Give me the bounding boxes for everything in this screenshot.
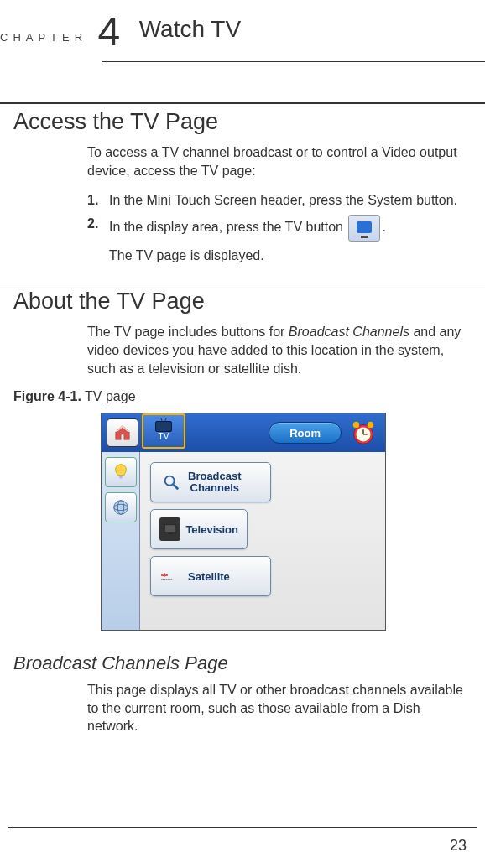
figure-number: Figure 4-1. [13, 389, 81, 403]
figure-title: TV page [81, 389, 136, 403]
svg-rect-12 [164, 525, 176, 533]
step-2-number: 2. [87, 215, 109, 233]
tv-tab-label: TV [159, 432, 169, 441]
television-label: Television [185, 523, 238, 536]
step-2-period: . [382, 220, 385, 234]
tv-icon [155, 421, 172, 432]
chapter-label: CHAPTER [0, 31, 87, 44]
broadcast-channels-body: This page displays all TV or other broad… [87, 681, 465, 735]
svg-rect-13 [168, 533, 172, 535]
svg-point-10 [165, 476, 175, 486]
step-2-text: In the display area, press the TV button… [109, 215, 465, 265]
sidebar-lighting-button[interactable] [105, 457, 137, 487]
tv-page-screenshot: TV Room [101, 413, 386, 631]
chapter-title: Watch TV [139, 16, 241, 42]
ui-main-area: Broadcast Channels Television d sh NETWO… [140, 452, 385, 630]
about-text-em: Broadcast Channels [289, 325, 409, 339]
heading-access-tv-page: Access the TV Page [13, 109, 485, 135]
heading-about-tv-page: About the TV Page [13, 288, 485, 314]
ui-topbar: TV Room [102, 413, 385, 452]
dish-icon: d sh NETWORK [159, 564, 183, 588]
globe-icon [112, 498, 130, 517]
svg-point-4 [353, 422, 360, 429]
home-button[interactable] [107, 418, 138, 447]
television-button[interactable]: Television [150, 509, 248, 549]
footer-rule [8, 827, 477, 828]
sidebar-web-button[interactable] [105, 492, 137, 522]
tv-button-icon [348, 215, 380, 242]
step-1-number: 1. [87, 191, 109, 210]
step-2-result: The TV page is displayed. [109, 247, 465, 265]
search-icon [159, 470, 183, 494]
step-1: 1. In the Mini Touch Screen header, pres… [87, 191, 465, 210]
chapter-header: CHAPTER 4 Watch TV [0, 0, 485, 62]
clock-button[interactable] [347, 416, 380, 450]
heading-broadcast-channels-page: Broadcast Channels Page [13, 652, 485, 674]
svg-text:NETWORK: NETWORK [161, 578, 173, 580]
about-text: The TV page includes buttons for Broadca… [87, 323, 465, 377]
step-2-text-before: In the display area, press the TV button [109, 220, 343, 234]
room-selector[interactable]: Room [269, 422, 342, 444]
svg-rect-6 [119, 476, 123, 479]
chapter-number: 4 [98, 9, 121, 54]
section-divider [0, 102, 485, 104]
ui-sidebar [102, 452, 140, 630]
satellite-label: Satellite [188, 570, 230, 583]
tv-tab[interactable]: TV [142, 413, 185, 449]
chapter-rule [102, 61, 485, 62]
bulb-icon [112, 463, 130, 481]
svg-point-7 [113, 501, 128, 515]
room-label: Room [289, 427, 321, 439]
broadcast-channels-button[interactable]: Broadcast Channels [150, 462, 271, 502]
broadcast-channels-label: Broadcast Channels [188, 470, 242, 495]
step-2: 2. In the display area, press the TV but… [87, 215, 465, 265]
page-number: 23 [450, 837, 467, 855]
intro-text: To access a TV channel broadcast or to c… [87, 143, 465, 179]
section-divider-thin [0, 283, 485, 283]
about-text-a: The TV page includes buttons for [87, 325, 289, 339]
home-icon [113, 424, 132, 442]
step-1-text: In the Mini Touch Screen header, press t… [109, 191, 465, 210]
svg-point-5 [368, 422, 374, 429]
svg-line-11 [174, 485, 179, 490]
tv-device-icon [159, 517, 180, 541]
clock-icon [349, 418, 378, 447]
figure-caption: Figure 4-1. TV page [13, 389, 485, 404]
satellite-button[interactable]: d sh NETWORK Satellite [150, 556, 271, 596]
